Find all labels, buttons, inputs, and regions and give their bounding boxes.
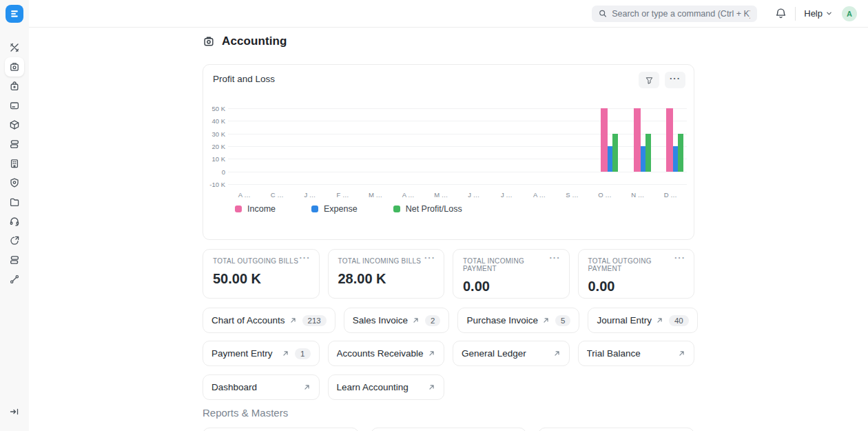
card-menu-icon[interactable]: ··· — [550, 252, 561, 263]
crm-icon — [9, 254, 20, 265]
bell-icon — [775, 8, 787, 19]
chart-bar — [666, 108, 673, 172]
ellipsis-icon: ··· — [670, 73, 681, 83]
card-menu-icon[interactable]: ··· — [674, 252, 685, 263]
search-input[interactable] — [612, 9, 750, 19]
shortcut-dashboard[interactable]: Dashboard — [203, 374, 320, 400]
tools-icon — [9, 42, 20, 53]
x-axis-label: F … — [327, 191, 360, 199]
sidebar-item-buying[interactable] — [5, 77, 24, 96]
reports-masters-card[interactable] — [203, 428, 359, 431]
help-menu[interactable]: Help — [804, 8, 832, 19]
sidebar-item-crm[interactable] — [5, 250, 24, 270]
shortcut-learn-accounting[interactable]: Learn Accounting — [328, 374, 445, 400]
search-icon — [599, 9, 607, 18]
sidebar-item-accounting[interactable] — [5, 57, 24, 77]
number-card-total-incoming-bills: TOTAL INCOMING BILLS ··· 28.00 K — [328, 249, 445, 299]
shortcut-journal-entry[interactable]: Journal Entry 40 — [588, 308, 697, 333]
notifications-button[interactable] — [775, 8, 787, 19]
card-menu-icon[interactable]: ··· — [300, 252, 311, 263]
x-axis-label: M … — [424, 191, 457, 199]
profit-and-loss-chart-card: Profit and Loss ··· 50 K40 K30 K20 K10 K… — [203, 64, 694, 240]
count-badge: 5 — [555, 315, 570, 326]
x-axis-label: D … — [654, 191, 687, 199]
manufacturing-icon — [9, 158, 20, 169]
shortcut-trial-balance[interactable]: Trial Balance — [578, 341, 695, 366]
help-label: Help — [804, 8, 823, 19]
chart-filter-button[interactable] — [639, 72, 659, 88]
sidebar-item-integrations[interactable] — [5, 270, 24, 289]
sidebar-item-projects[interactable] — [5, 192, 24, 212]
count-badge: 1 — [295, 348, 310, 359]
chart-bar — [608, 146, 612, 172]
chart-menu-button[interactable]: ··· — [665, 72, 685, 88]
reports-masters-row — [203, 428, 694, 431]
shortcut-chart-of-accounts[interactable]: Chart of Accounts 213 — [203, 308, 335, 333]
x-axis-label: A … — [228, 191, 261, 199]
shortcut-payment-entry[interactable]: Payment Entry 1 — [203, 341, 320, 366]
topbar: Help A — [29, 0, 868, 28]
sidebar-expand-button[interactable] — [5, 402, 24, 421]
card-value: 0.00 — [463, 279, 559, 294]
shortcut-row-1: Chart of Accounts 213 Sales Invoice 2 Pu… — [203, 308, 694, 333]
legend-item-net-profit: Net Profit/Loss — [393, 204, 462, 214]
main-area: Help A Accounting Profit and Loss — [29, 0, 868, 431]
accounting-title-icon — [203, 35, 215, 48]
stock-icon — [9, 119, 20, 130]
count-badge: 2 — [425, 315, 440, 326]
accounting-icon — [9, 61, 20, 72]
quality-icon — [9, 177, 20, 188]
chevron-down-icon — [826, 10, 832, 17]
x-axis-label: O … — [588, 191, 621, 199]
sidebar-item-support[interactable] — [5, 212, 24, 231]
arrow-up-right-icon — [428, 383, 435, 391]
reports-masters-card[interactable] — [371, 428, 527, 431]
chart-bar — [673, 146, 678, 172]
section-heading: Reports & Masters — [203, 407, 694, 419]
x-axis-label: A … — [523, 191, 556, 199]
sidebar-item-assets[interactable] — [5, 134, 24, 154]
assets-icon — [9, 139, 20, 150]
buying-icon — [9, 81, 20, 92]
chart-plot: 50 K40 K30 K20 K10 K0-10 KA …C …J …F …M … — [228, 108, 687, 184]
count-badge: 40 — [669, 315, 689, 326]
app-logo[interactable] — [6, 5, 23, 23]
income-swatch-icon — [235, 206, 242, 212]
reports-masters-card[interactable] — [538, 428, 694, 431]
x-axis-label: C … — [260, 191, 293, 199]
number-card-total-outgoing-payment: TOTAL OUTGOING PAYMENT ··· 0.00 — [578, 249, 695, 299]
shortcut-sales-invoice[interactable]: Sales Invoice 2 — [344, 308, 450, 333]
command-search[interactable] — [592, 6, 757, 22]
chart-bar — [678, 134, 683, 172]
shortcut-accounts-receivable[interactable]: Accounts Receivable — [328, 341, 445, 366]
card-menu-icon[interactable]: ··· — [424, 252, 435, 263]
card-value: 50.00 K — [213, 271, 309, 287]
sidebar-item-marketing[interactable] — [5, 231, 24, 250]
shortcut-row-3: Dashboard Learn Accounting — [203, 374, 694, 400]
x-axis-label: N … — [621, 191, 654, 199]
x-axis-label: J … — [457, 191, 490, 199]
shortcut-purchase-invoice[interactable]: Purchase Invoice 5 — [457, 308, 579, 333]
card-value: 0.00 — [588, 279, 685, 294]
sidebar-item-manufacturing[interactable] — [5, 154, 24, 173]
page-header: Accounting — [203, 33, 694, 50]
shortcut-general-ledger[interactable]: General Ledger — [453, 341, 570, 366]
chart-bar — [645, 134, 651, 172]
arrow-up-right-icon — [428, 350, 435, 357]
count-badge: 213 — [302, 315, 327, 326]
page-title: Accounting — [222, 34, 287, 48]
legend-item-expense: Expense — [311, 204, 358, 214]
number-card-total-outgoing-bills: TOTAL OUTGOING BILLS ··· 50.00 K — [203, 249, 320, 299]
workspace-content: Accounting Profit and Loss ··· 50 K40 K3… — [203, 33, 694, 431]
chart-bar — [612, 134, 618, 172]
topbar-divider — [795, 7, 796, 21]
sidebar-item-selling[interactable] — [5, 96, 24, 115]
sidebar-item-quality[interactable] — [5, 173, 24, 192]
sidebar-item-stock[interactable] — [5, 115, 24, 134]
sidebar-item-tools[interactable] — [5, 38, 24, 57]
arrow-up-right-icon — [289, 317, 297, 324]
chart-bar — [634, 108, 641, 172]
number-card-row: TOTAL OUTGOING BILLS ··· 50.00 K TOTAL I… — [203, 249, 694, 299]
avatar[interactable]: A — [842, 6, 857, 21]
pie-chart-icon — [9, 235, 20, 246]
